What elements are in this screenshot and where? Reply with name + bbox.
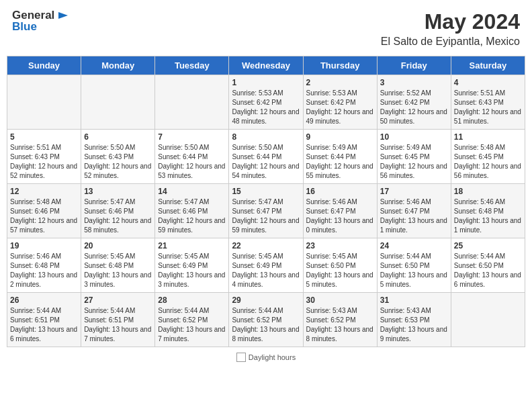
day-number: 21 bbox=[158, 241, 226, 250]
day-number: 20 bbox=[84, 241, 152, 250]
header-cell-sunday: Sunday bbox=[7, 56, 81, 75]
day-info: Sunrise: 5:44 AM Sunset: 6:51 PM Dayligh… bbox=[10, 306, 78, 344]
day-cell: 18Sunrise: 5:46 AM Sunset: 6:48 PM Dayli… bbox=[451, 184, 525, 238]
day-info: Sunrise: 5:45 AM Sunset: 6:48 PM Dayligh… bbox=[84, 252, 152, 289]
day-number: 1 bbox=[232, 78, 300, 87]
week-row-5: 26Sunrise: 5:44 AM Sunset: 6:51 PM Dayli… bbox=[7, 293, 525, 347]
day-info: Sunrise: 5:45 AM Sunset: 6:49 PM Dayligh… bbox=[158, 252, 226, 289]
day-cell: 10Sunrise: 5:49 AM Sunset: 6:45 PM Dayli… bbox=[377, 130, 451, 184]
day-info: Sunrise: 5:47 AM Sunset: 6:47 PM Dayligh… bbox=[232, 197, 300, 235]
day-info: Sunrise: 5:44 AM Sunset: 6:51 PM Dayligh… bbox=[84, 306, 152, 344]
day-cell: 24Sunrise: 5:44 AM Sunset: 6:50 PM Dayli… bbox=[377, 238, 451, 293]
day-info: Sunrise: 5:46 AM Sunset: 6:48 PM Dayligh… bbox=[10, 252, 78, 289]
day-info: Sunrise: 5:47 AM Sunset: 6:46 PM Dayligh… bbox=[84, 197, 152, 235]
day-number: 6 bbox=[84, 132, 152, 142]
day-number: 31 bbox=[380, 295, 448, 305]
day-cell: 20Sunrise: 5:45 AM Sunset: 6:48 PM Dayli… bbox=[81, 238, 155, 293]
day-cell: 30Sunrise: 5:43 AM Sunset: 6:52 PM Dayli… bbox=[303, 293, 377, 347]
week-row-4: 19Sunrise: 5:46 AM Sunset: 6:48 PM Dayli… bbox=[7, 238, 525, 293]
day-info: Sunrise: 5:50 AM Sunset: 6:44 PM Dayligh… bbox=[158, 143, 226, 181]
day-number: 2 bbox=[306, 78, 374, 87]
logo-svg: General Blue bbox=[12, 9, 68, 33]
header-cell-monday: Monday bbox=[81, 56, 155, 75]
header-cell-saturday: Saturday bbox=[451, 56, 525, 75]
day-info: Sunrise: 5:46 AM Sunset: 6:47 PM Dayligh… bbox=[380, 197, 448, 235]
day-cell bbox=[451, 293, 525, 347]
day-info: Sunrise: 5:44 AM Sunset: 6:52 PM Dayligh… bbox=[158, 306, 226, 344]
day-info: Sunrise: 5:50 AM Sunset: 6:43 PM Dayligh… bbox=[84, 143, 152, 181]
title-section: May 2024 El Salto de Eyipantla, Mexico bbox=[381, 9, 520, 48]
day-cell: 7Sunrise: 5:50 AM Sunset: 6:44 PM Daylig… bbox=[155, 130, 229, 184]
day-info: Sunrise: 5:43 AM Sunset: 6:52 PM Dayligh… bbox=[306, 306, 374, 344]
day-info: Sunrise: 5:48 AM Sunset: 6:46 PM Dayligh… bbox=[10, 197, 78, 235]
day-cell: 19Sunrise: 5:46 AM Sunset: 6:48 PM Dayli… bbox=[7, 238, 81, 293]
page-header: General Blue May 2024 El Salto de Eyipan… bbox=[7, 7, 525, 50]
day-number: 8 bbox=[232, 132, 300, 142]
header-cell-friday: Friday bbox=[377, 56, 451, 75]
day-number: 29 bbox=[232, 295, 300, 305]
day-info: Sunrise: 5:45 AM Sunset: 6:49 PM Dayligh… bbox=[232, 252, 300, 289]
day-cell bbox=[81, 75, 155, 130]
day-cell: 16Sunrise: 5:46 AM Sunset: 6:47 PM Dayli… bbox=[303, 184, 377, 238]
day-cell: 3Sunrise: 5:52 AM Sunset: 6:42 PM Daylig… bbox=[377, 75, 451, 130]
calendar-footer: Daylight hours bbox=[7, 353, 525, 362]
header-row: SundayMondayTuesdayWednesdayThursdayFrid… bbox=[7, 56, 525, 75]
day-cell: 23Sunrise: 5:45 AM Sunset: 6:50 PM Dayli… bbox=[303, 238, 377, 293]
day-info: Sunrise: 5:46 AM Sunset: 6:47 PM Dayligh… bbox=[306, 197, 374, 235]
day-cell: 2Sunrise: 5:53 AM Sunset: 6:42 PM Daylig… bbox=[303, 75, 377, 130]
day-cell bbox=[155, 75, 229, 130]
day-info: Sunrise: 5:50 AM Sunset: 6:44 PM Dayligh… bbox=[232, 143, 300, 181]
day-number: 24 bbox=[380, 241, 448, 250]
week-row-1: 1Sunrise: 5:53 AM Sunset: 6:42 PM Daylig… bbox=[7, 75, 525, 130]
day-number: 5 bbox=[10, 132, 78, 142]
day-cell: 17Sunrise: 5:46 AM Sunset: 6:47 PM Dayli… bbox=[377, 184, 451, 238]
day-number: 4 bbox=[454, 78, 522, 87]
main-title: May 2024 bbox=[381, 9, 520, 34]
day-info: Sunrise: 5:53 AM Sunset: 6:42 PM Dayligh… bbox=[306, 89, 374, 126]
logo-arrow-icon bbox=[56, 9, 68, 21]
day-cell: 25Sunrise: 5:44 AM Sunset: 6:50 PM Dayli… bbox=[451, 238, 525, 293]
day-number: 23 bbox=[306, 241, 374, 250]
day-cell: 5Sunrise: 5:51 AM Sunset: 6:43 PM Daylig… bbox=[7, 130, 81, 184]
day-number: 27 bbox=[84, 295, 152, 305]
day-info: Sunrise: 5:49 AM Sunset: 6:44 PM Dayligh… bbox=[306, 143, 374, 181]
day-cell: 12Sunrise: 5:48 AM Sunset: 6:46 PM Dayli… bbox=[7, 184, 81, 238]
day-number: 7 bbox=[158, 132, 226, 142]
logo-blue: Blue bbox=[12, 21, 68, 34]
week-row-2: 5Sunrise: 5:51 AM Sunset: 6:43 PM Daylig… bbox=[7, 130, 525, 184]
day-number: 26 bbox=[10, 295, 78, 305]
calendar-header: SundayMondayTuesdayWednesdayThursdayFrid… bbox=[7, 56, 525, 75]
day-number: 12 bbox=[10, 187, 78, 196]
day-cell: 8Sunrise: 5:50 AM Sunset: 6:44 PM Daylig… bbox=[229, 130, 303, 184]
day-info: Sunrise: 5:47 AM Sunset: 6:46 PM Dayligh… bbox=[158, 197, 226, 235]
day-cell: 26Sunrise: 5:44 AM Sunset: 6:51 PM Dayli… bbox=[7, 293, 81, 347]
day-number: 11 bbox=[454, 132, 522, 142]
day-cell: 1Sunrise: 5:53 AM Sunset: 6:42 PM Daylig… bbox=[229, 75, 303, 130]
day-info: Sunrise: 5:44 AM Sunset: 6:52 PM Dayligh… bbox=[232, 306, 300, 344]
calendar-body: 1Sunrise: 5:53 AM Sunset: 6:42 PM Daylig… bbox=[7, 75, 525, 347]
day-cell: 22Sunrise: 5:45 AM Sunset: 6:49 PM Dayli… bbox=[229, 238, 303, 293]
day-number: 18 bbox=[454, 187, 522, 196]
day-number: 13 bbox=[84, 187, 152, 196]
day-cell: 27Sunrise: 5:44 AM Sunset: 6:51 PM Dayli… bbox=[81, 293, 155, 347]
daylight-label: Daylight hours bbox=[249, 353, 296, 361]
day-info: Sunrise: 5:44 AM Sunset: 6:50 PM Dayligh… bbox=[380, 252, 448, 289]
day-cell: 14Sunrise: 5:47 AM Sunset: 6:46 PM Dayli… bbox=[155, 184, 229, 238]
day-info: Sunrise: 5:52 AM Sunset: 6:42 PM Dayligh… bbox=[380, 89, 448, 126]
header-cell-tuesday: Tuesday bbox=[155, 56, 229, 75]
day-cell: 15Sunrise: 5:47 AM Sunset: 6:47 PM Dayli… bbox=[229, 184, 303, 238]
day-cell: 9Sunrise: 5:49 AM Sunset: 6:44 PM Daylig… bbox=[303, 130, 377, 184]
daylight-legend: Daylight hours bbox=[236, 353, 296, 362]
day-number: 30 bbox=[306, 295, 374, 305]
day-info: Sunrise: 5:53 AM Sunset: 6:42 PM Dayligh… bbox=[232, 89, 300, 126]
day-cell bbox=[7, 75, 81, 130]
header-cell-thursday: Thursday bbox=[303, 56, 377, 75]
header-cell-wednesday: Wednesday bbox=[229, 56, 303, 75]
day-number: 28 bbox=[158, 295, 226, 305]
day-info: Sunrise: 5:48 AM Sunset: 6:45 PM Dayligh… bbox=[454, 143, 522, 181]
day-number: 16 bbox=[306, 187, 374, 196]
logo: General Blue bbox=[12, 9, 68, 33]
day-cell: 4Sunrise: 5:51 AM Sunset: 6:43 PM Daylig… bbox=[451, 75, 525, 130]
day-number: 15 bbox=[232, 187, 300, 196]
day-cell: 29Sunrise: 5:44 AM Sunset: 6:52 PM Dayli… bbox=[229, 293, 303, 347]
